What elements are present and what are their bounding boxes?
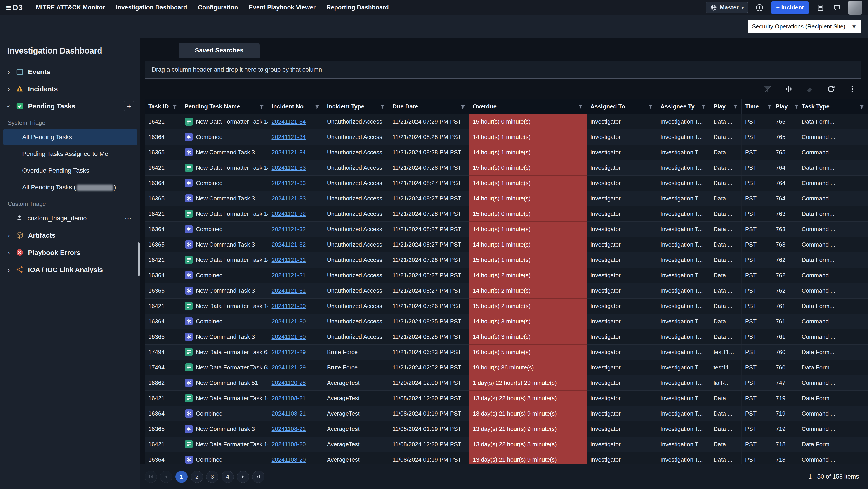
incident-link[interactable]: 20241121-29 bbox=[272, 349, 306, 355]
incident-link[interactable]: 20241120-28 bbox=[272, 380, 306, 386]
column-header-assigned-to[interactable]: Assigned To bbox=[587, 99, 657, 114]
info-button[interactable] bbox=[754, 3, 765, 13]
table-row[interactable]: 16862New Command Task 5120241120-28Avera… bbox=[145, 375, 868, 390]
filter-funnel-icon[interactable] bbox=[767, 104, 772, 109]
table-row[interactable]: 16421New Data Formatter Task 1420241108-… bbox=[145, 390, 868, 406]
filter-funnel-icon[interactable] bbox=[794, 104, 798, 109]
incident-link[interactable]: 20241121-31 bbox=[272, 287, 306, 294]
incident-link[interactable]: 20241121-33 bbox=[272, 180, 306, 187]
filter-funnel-icon[interactable] bbox=[648, 104, 653, 109]
filter-funnel-icon[interactable] bbox=[578, 104, 583, 109]
incident-link[interactable]: 20241121-30 bbox=[272, 302, 306, 309]
sidebar-group-pending-tasks[interactable]: ›Pending Tasks+ bbox=[0, 98, 140, 115]
item-menu-icon[interactable]: ⋯ bbox=[125, 215, 137, 222]
page-button-3[interactable]: 3 bbox=[206, 471, 218, 483]
incident-link[interactable]: 20241108-21 bbox=[272, 395, 306, 401]
column-header-incident-type[interactable]: Incident Type bbox=[323, 99, 389, 114]
column-header-time-[interactable]: Time ... bbox=[741, 99, 772, 114]
table-row[interactable]: 16365New Command Task 320241108-21Averag… bbox=[145, 421, 868, 436]
incident-link[interactable]: 20241121-31 bbox=[272, 257, 306, 263]
previous-page-button[interactable] bbox=[160, 471, 172, 483]
table-row[interactable]: 16364Combined20241121-31Unauthorized Acc… bbox=[145, 267, 868, 283]
column-chooser-icon[interactable] bbox=[784, 84, 794, 94]
nav-item-event-playbook-viewer[interactable]: Event Playbook Viewer bbox=[243, 0, 321, 15]
table-row[interactable]: 16365New Command Task 320241121-33Unauth… bbox=[145, 191, 868, 206]
table-row[interactable]: 16364Combined20241108-20AverageTest11/08… bbox=[145, 452, 868, 464]
sidebar-item-overdue-pending-tasks[interactable]: Overdue Pending Tasks bbox=[3, 162, 137, 179]
incident-link[interactable]: 20241121-33 bbox=[272, 195, 306, 202]
group-by-drop-zone[interactable]: Drag a column header and drop it here to… bbox=[145, 61, 861, 79]
sidebar-scrollbar-thumb[interactable] bbox=[138, 242, 140, 276]
page-button-2[interactable]: 2 bbox=[191, 471, 203, 483]
incident-link[interactable]: 20241121-29 bbox=[272, 364, 306, 371]
add-incident-button[interactable]: + Incident bbox=[771, 1, 809, 14]
incident-link[interactable]: 20241121-30 bbox=[272, 318, 306, 325]
table-row[interactable]: 16364Combined20241121-33Unauthorized Acc… bbox=[145, 175, 868, 191]
filter-funnel-icon[interactable] bbox=[860, 104, 864, 109]
sidebar-item-pending-tasks-assigned-to-me[interactable]: Pending Tasks Assigned to Me bbox=[3, 146, 137, 162]
filter-funnel-icon[interactable] bbox=[733, 104, 738, 109]
sidebar-item-all-pending-tasks-[interactable]: All Pending Tasks () bbox=[3, 179, 137, 195]
more-options-icon[interactable] bbox=[848, 84, 857, 94]
column-header-pending-task-name[interactable]: Pending Task Name bbox=[181, 99, 268, 114]
next-page-button[interactable] bbox=[237, 471, 249, 483]
incident-link[interactable]: 20241121-34 bbox=[272, 134, 306, 140]
nav-item-configuration[interactable]: Configuration bbox=[193, 0, 243, 15]
sidebar-group-artifacts[interactable]: ›Artifacts bbox=[0, 227, 140, 244]
table-row[interactable]: 16364Combined20241121-32Unauthorized Acc… bbox=[145, 222, 868, 237]
incident-link[interactable]: 20241108-20 bbox=[272, 441, 306, 448]
column-header-play-[interactable]: Play... bbox=[772, 99, 798, 114]
master-selector[interactable]: Master ▾ bbox=[706, 2, 748, 13]
table-row[interactable]: 16364Combined20241121-30Unauthorized Acc… bbox=[145, 314, 868, 329]
table-row[interactable]: 16364Combined20241108-21AverageTest11/08… bbox=[145, 406, 868, 421]
incident-link[interactable]: 20241121-32 bbox=[272, 241, 306, 248]
last-page-button[interactable] bbox=[252, 471, 265, 483]
filter-funnel-icon[interactable] bbox=[701, 104, 706, 109]
table-row[interactable]: 17494New Data Formatter Task 6820241121-… bbox=[145, 345, 868, 360]
filter-funnel-icon[interactable] bbox=[380, 104, 385, 109]
table-row[interactable]: 16365New Command Task 320241121-34Unauth… bbox=[145, 144, 868, 160]
eraser-icon[interactable] bbox=[805, 84, 815, 94]
sidebar-item-all-pending-tasks[interactable]: All Pending Tasks bbox=[3, 129, 137, 145]
table-row[interactable]: 16365New Command Task 320241121-30Unauth… bbox=[145, 329, 868, 345]
column-header-play-[interactable]: Play... bbox=[710, 99, 741, 114]
site-selector-dropdown[interactable]: Security Operations (Recipient Site) ▼ bbox=[747, 20, 861, 33]
filter-funnel-icon[interactable] bbox=[315, 104, 320, 109]
column-header-task-id[interactable]: Task ID bbox=[145, 99, 181, 114]
table-row[interactable]: 16365New Command Task 320241121-32Unauth… bbox=[145, 237, 868, 252]
table-row[interactable]: 16421New Data Formatter Task 1420241121-… bbox=[145, 160, 868, 175]
sidebar-group-incidents[interactable]: ›Incidents bbox=[0, 80, 140, 98]
column-header-incident-no-[interactable]: Incident No. bbox=[268, 99, 323, 114]
incident-link[interactable]: 20241108-20 bbox=[272, 456, 306, 463]
refresh-icon[interactable] bbox=[827, 84, 836, 94]
column-header-overdue[interactable]: Overdue bbox=[469, 99, 587, 114]
table-row[interactable]: 16421New Data Formatter Task 1420241121-… bbox=[145, 252, 868, 267]
incident-link[interactable]: 20241121-31 bbox=[272, 272, 306, 279]
filter-funnel-icon[interactable] bbox=[172, 104, 177, 109]
column-header-assignee-ty-[interactable]: Assignee Ty... bbox=[657, 99, 710, 114]
incident-link[interactable]: 20241108-21 bbox=[272, 410, 306, 417]
incident-link[interactable]: 20241121-32 bbox=[272, 210, 306, 217]
incident-link[interactable]: 20241121-30 bbox=[272, 333, 306, 340]
table-row[interactable]: 16421New Data Formatter Task 1420241121-… bbox=[145, 298, 868, 314]
nav-item-investigation-dashboard[interactable]: Investigation Dashboard bbox=[111, 0, 193, 15]
sidebar-group-events[interactable]: ›Events bbox=[0, 63, 140, 80]
table-row[interactable]: 17494New Data Formatter Task 6820241121-… bbox=[145, 360, 868, 375]
table-row[interactable]: 16364Combined20241121-34Unauthorized Acc… bbox=[145, 129, 868, 144]
table-row[interactable]: 16421New Data Formatter Task 1420241121-… bbox=[145, 114, 868, 129]
page-button-4[interactable]: 4 bbox=[221, 471, 234, 483]
d3-logo[interactable]: ≡ D3 bbox=[6, 3, 23, 12]
column-header-task-type[interactable]: Task Type bbox=[798, 99, 868, 114]
sidebar-item-custom-triage-demo[interactable]: custom_triage_demo⋯ bbox=[3, 210, 137, 226]
page-button-1[interactable]: 1 bbox=[176, 471, 188, 483]
table-row[interactable]: 16421New Data Formatter Task 1420241121-… bbox=[145, 206, 868, 222]
sidebar-group-playbook-errors[interactable]: ›Playbook Errors bbox=[0, 244, 140, 261]
nav-item-mitre-att-ck-monitor[interactable]: MITRE ATT&CK Monitor bbox=[31, 0, 111, 15]
report-document-icon[interactable] bbox=[815, 3, 826, 13]
incident-link[interactable]: 20241121-33 bbox=[272, 164, 306, 171]
tab-saved-searches[interactable]: Saved Searches bbox=[179, 43, 260, 58]
clear-filter-icon[interactable] bbox=[763, 84, 772, 94]
column-header-due-date[interactable]: Due Date bbox=[389, 99, 469, 114]
incident-link[interactable]: 20241108-21 bbox=[272, 425, 306, 432]
filter-funnel-icon[interactable] bbox=[259, 104, 264, 109]
